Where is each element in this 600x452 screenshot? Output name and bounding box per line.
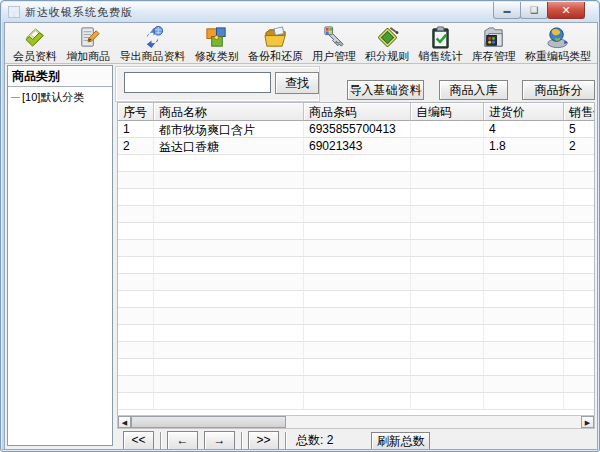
column-header[interactable]: 自编码: [411, 103, 484, 121]
column-header[interactable]: 商品条码: [304, 103, 411, 121]
column-header[interactable]: 序号: [118, 103, 154, 121]
toolbar-label: 积分规则: [365, 50, 409, 62]
table-cell: [304, 240, 411, 257]
table-cell: [411, 172, 484, 189]
table-cell: [118, 206, 154, 223]
minimize-button[interactable]: ▬: [493, 2, 521, 19]
scroll-left-icon: ◀: [122, 419, 127, 426]
table-cell: [304, 376, 411, 393]
app-grid-icon: [8, 6, 20, 18]
main-toolbar: 会员资料 增加商品 导出商品资料: [5, 23, 597, 64]
tree-item-default-category[interactable]: [10]默认分类: [10, 90, 110, 105]
table-cell: [484, 155, 564, 172]
pager-separator: [285, 432, 286, 450]
toolbar-edit-category[interactable]: 修改类别: [195, 25, 239, 62]
close-button[interactable]: ✕: [547, 2, 585, 19]
table-cell: [118, 257, 154, 274]
toolbar-points-rule[interactable]: 积分规则: [365, 25, 409, 62]
table-body: 1都市牧场爽口含片6935855700413452益达口香糖690213431.…: [118, 121, 594, 410]
table-cell: [411, 325, 484, 342]
table-cell: [154, 172, 304, 189]
toolbar-label: 备份和还原: [248, 50, 303, 62]
window-controls: ▬ ❑ ✕: [494, 2, 585, 19]
table-cell: [564, 291, 595, 308]
titlebar[interactable]: 新达收银系统免费版 ▬ ❑ ✕: [2, 2, 598, 22]
table-cell: [304, 155, 411, 172]
toolbar-add-product[interactable]: 增加商品: [66, 25, 110, 62]
scrollbar-thumb[interactable]: [131, 416, 286, 428]
table-cell: [154, 189, 304, 206]
first-page-button[interactable]: <<: [123, 431, 154, 451]
table-header-row: 序号商品名称商品条码自编码进货价销售价: [118, 103, 595, 121]
table-cell: [411, 189, 484, 206]
refresh-total-button[interactable]: 刷新总数: [371, 432, 430, 450]
tree-branch-line: [11, 97, 20, 98]
toolbar-label: 库存管理: [472, 50, 516, 62]
table-cell: [118, 189, 154, 206]
import-base-data-button[interactable]: 导入基础资料: [347, 80, 424, 100]
table-empty-row: [118, 342, 595, 359]
table-cell: [564, 274, 595, 291]
find-button[interactable]: 查找: [275, 72, 319, 94]
horizontal-scrollbar[interactable]: ◀ ▶: [117, 415, 595, 429]
table-cell: [118, 223, 154, 240]
table-cell: [154, 274, 304, 291]
product-table: 序号商品名称商品条码自编码进货价销售价 1都市牧场爽口含片69358557004…: [117, 102, 595, 415]
table-cell: [564, 359, 595, 376]
prev-page-button[interactable]: ←: [167, 431, 198, 451]
table-empty-row: [118, 376, 595, 393]
table-cell: [411, 291, 484, 308]
table-cell: [304, 206, 411, 223]
backup-restore-icon: [263, 25, 288, 50]
table-empty-row: [118, 155, 595, 172]
table-empty-row: [118, 308, 595, 325]
table-cell: 69021343: [304, 138, 411, 155]
table-cell: [154, 325, 304, 342]
window-title: 新达收银系统免费版: [25, 5, 133, 20]
table-cell: [411, 121, 484, 138]
table-cell: [411, 274, 484, 291]
add-product-icon: [76, 25, 101, 50]
toolbar-export-product[interactable]: 导出商品资料: [119, 25, 185, 62]
table-cell: [304, 172, 411, 189]
table-cell: [564, 189, 595, 206]
toolbar-member-data[interactable]: 会员资料: [13, 25, 57, 62]
last-page-button[interactable]: >>: [248, 431, 279, 451]
table-cell: [411, 206, 484, 223]
table-cell: [304, 325, 411, 342]
maximize-button[interactable]: ❑: [520, 2, 548, 19]
table-cell: [304, 342, 411, 359]
inventory-icon: [481, 25, 506, 50]
table-empty-row: [118, 393, 595, 410]
minimize-icon: ▬: [504, 7, 511, 14]
table-cell: [484, 359, 564, 376]
product-stock-in-button[interactable]: 商品入库: [439, 80, 508, 100]
table-row[interactable]: 1都市牧场爽口含片693585570041345: [118, 121, 595, 138]
export-product-icon: [140, 25, 165, 50]
table-cell: [484, 172, 564, 189]
total-count-text: 总数: 2: [296, 432, 333, 449]
next-page-button[interactable]: →: [204, 431, 235, 451]
column-header[interactable]: 销售价: [564, 103, 595, 121]
toolbar-weigh-code-type[interactable]: 称重编码类型: [525, 25, 591, 62]
table-cell: [484, 206, 564, 223]
table-cell: [564, 257, 595, 274]
table-cell: [484, 325, 564, 342]
column-header[interactable]: 进货价: [484, 103, 564, 121]
scroll-left-button[interactable]: ◀: [118, 416, 131, 428]
scroll-right-button[interactable]: ▶: [581, 416, 594, 428]
table-cell: [154, 240, 304, 257]
table-row[interactable]: 2益达口香糖690213431.82: [118, 138, 595, 155]
search-input[interactable]: [124, 72, 271, 93]
product-split-button[interactable]: 商品拆分: [522, 80, 595, 100]
table-cell: [154, 223, 304, 240]
table-cell: [564, 376, 595, 393]
toolbar-backup-restore[interactable]: 备份和还原: [248, 25, 303, 62]
scroll-right-icon: ▶: [585, 419, 590, 426]
toolbar-inventory[interactable]: 库存管理: [472, 25, 516, 62]
toolbar-user-management[interactable]: 用户管理: [312, 25, 356, 62]
toolbar-sales-stats[interactable]: 销售统计: [419, 25, 463, 62]
column-header[interactable]: 商品名称: [154, 103, 304, 121]
pager-separator: [160, 432, 161, 450]
table-empty-row: [118, 206, 595, 223]
